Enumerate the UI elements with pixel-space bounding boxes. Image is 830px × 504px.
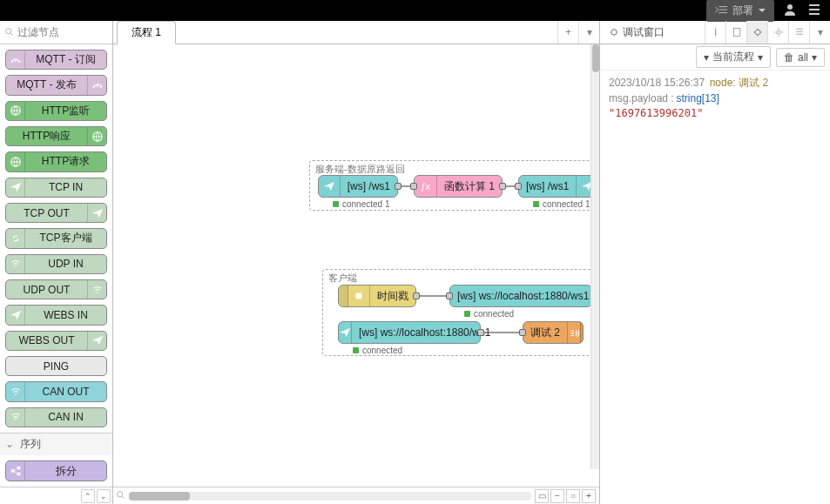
zoom-controls: ▭ − ○ + [535,489,596,503]
palette-node-split[interactable]: 拆分 [5,460,107,481]
output-port[interactable] [477,329,484,336]
wifi-icon [6,408,25,427]
bridge-icon [6,50,25,69]
canvas[interactable]: 服务端-数据原路返回客户端[ws] /ws1connected 1ƒx函数计算 … [113,44,599,487]
debug-toolbar: ▾ 当前流程 ▾ 🗑 all ▾ [600,44,830,71]
flow-node-n5[interactable]: [ws] ws://localhost:1880/ws1connected [449,285,592,307]
scrollbar-thumb[interactable] [129,492,190,501]
output-port[interactable] [499,183,506,190]
chevron-down-icon: ▾ [758,51,763,64]
palette-node-11[interactable]: WEBS OUT [5,331,107,351]
palette-list: MQTT - 订阅MQTT - 发布HTTP监听HTTP响应HTTP请求TCP … [0,44,112,433]
sidebar-title: 调试窗口 [600,25,673,40]
flow-node-n4[interactable]: 时间戳 [338,285,416,307]
group-label: 服务端-数据原路返回 [315,163,405,176]
flow-node-n7[interactable]: 调试 2 [523,321,584,344]
input-port[interactable] [446,292,453,299]
node-label: 时间戳 [370,289,415,304]
svg-rect-12 [733,29,740,37]
filter-button[interactable]: ▾ 当前流程 ▾ [696,46,771,68]
chevron-down-icon: ▾ [812,51,817,64]
palette-node-14[interactable]: CAN IN [5,407,107,427]
palette: MQTT - 订阅MQTT - 发布HTTP监听HTTP响应HTTP请求TCP … [0,21,113,504]
inject-button[interactable] [339,286,348,306]
clear-button[interactable]: 🗑 all ▾ [776,48,825,67]
flow-node-n2[interactable]: ƒx函数计算 1 [414,175,503,198]
node-label: [ws] ws://localhost:1880/ws1 [450,290,596,302]
wires [113,44,599,487]
globe-icon [6,152,25,171]
flow-node-n6[interactable]: [ws] ws://localhost:1880/ws1connected [338,321,481,344]
debug-value[interactable]: "1697613996201" [609,107,821,119]
deploy-button[interactable]: 部署 [706,0,774,22]
palette-node-1[interactable]: MQTT - 发布 [5,75,107,95]
input-port[interactable] [410,183,417,190]
search-icon[interactable] [117,490,125,502]
wifi-icon [6,382,25,400]
filter-input[interactable] [17,26,96,38]
debug-icon [567,322,580,343]
expand-down-button[interactable]: ⌄ [97,489,111,503]
svg-point-13 [755,30,760,35]
svg-rect-9 [356,293,362,299]
svg-rect-7 [17,473,20,476]
help-tab[interactable] [725,21,746,44]
sidebar-menu-button[interactable]: ▾ [809,21,830,44]
palette-node-13[interactable]: CAN OUT [5,381,107,401]
zoom-in-button[interactable]: + [582,489,596,503]
deploy-icon [715,6,727,15]
palette-node-3[interactable]: HTTP响应 [5,126,107,146]
flow-node-n1[interactable]: [ws] /ws1connected 1 [318,175,398,198]
send-icon [87,204,106,222]
vertical-scrollbar[interactable] [590,44,599,469]
info-tab[interactable]: i [705,21,725,44]
debug-messages: 2023/10/18 15:26:37 node: 调试 2 msg.paylo… [600,71,830,504]
palette-node-8[interactable]: UDP IN [5,254,107,274]
horizontal-scrollbar[interactable] [129,492,531,501]
zoom-reset-button[interactable]: ○ [566,489,580,503]
input-port[interactable] [519,329,526,336]
palette-node-6[interactable]: TCP OUT [5,203,107,223]
palette-node-9[interactable]: UDP OUT [5,279,107,299]
collapse-up-button[interactable]: ⌃ [81,489,95,503]
svg-rect-5 [10,469,14,473]
add-tab-button[interactable]: + [557,21,578,44]
zoom-navigator-button[interactable]: ▭ [535,489,549,503]
palette-node-2[interactable]: HTTP监听 [5,101,107,121]
scrollbar-thumb[interactable] [592,44,599,72]
node-status: connected [353,346,402,355]
send-icon [6,178,25,197]
topbar: 部署 [0,0,830,21]
chevron-down-icon: ⌄ [5,438,14,450]
zoom-out-button[interactable]: − [550,489,564,503]
svg-rect-6 [17,467,20,470]
palette-node-4[interactable]: HTTP请求 [5,151,107,171]
debug-toggle-button[interactable] [580,322,583,343]
palette-node-12[interactable]: PING [5,356,107,376]
context-tab[interactable] [788,21,809,44]
menu-icon[interactable] [806,3,823,19]
palette-node-7[interactable]: TCP客户端 [5,228,107,248]
svg-point-10 [118,491,123,496]
link-icon [6,229,25,247]
workspace-footer: ▭ − ○ + [113,487,599,504]
config-tab[interactable] [767,21,788,44]
bug-icon [609,27,619,37]
user-icon[interactable] [781,3,799,19]
svg-point-1 [6,29,11,34]
tab-menu-button[interactable]: ▾ [578,21,599,44]
output-port[interactable] [395,183,402,190]
category-header[interactable]: ⌄ 序列 [0,433,112,455]
svg-point-0 [787,4,793,10]
palette-node-0[interactable]: MQTT - 订阅 [5,50,107,70]
input-port[interactable] [515,183,522,190]
output-port[interactable] [413,292,420,299]
palette-node-10[interactable]: WEBS IN [5,305,107,325]
deploy-label: 部署 [732,3,753,18]
tab-flow-1[interactable]: 流程 1 [117,21,176,44]
node-label: [ws] /ws1 [341,180,397,192]
globe-icon [6,102,25,120]
flow-node-n3[interactable]: [ws] /ws1connected 1 [518,175,598,198]
debug-tab[interactable] [746,21,767,44]
palette-node-5[interactable]: TCP IN [5,178,107,198]
